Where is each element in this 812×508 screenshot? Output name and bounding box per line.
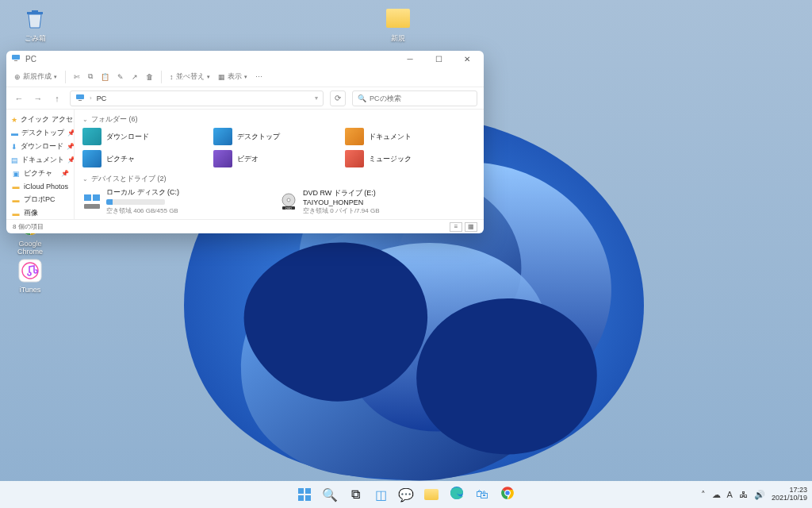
chat-icon: 💬 [398,487,414,502]
desktop-icon-itunes[interactable]: iTunes [6,257,54,294]
itunes-icon [17,257,44,284]
search-input[interactable] [370,94,472,102]
start-button[interactable] [294,484,315,505]
copy-button[interactable]: ⧉ [88,72,93,81]
download-icon: ⬇ [11,142,17,152]
sort-button[interactable]: ↕ 並べ替え ▾ [170,71,210,82]
window-title: PC [25,55,36,64]
sidebar-item-icloud[interactable]: ▬iCloud Photos [8,180,72,193]
search-button[interactable]: 🔍 [320,484,340,505]
explorer-button[interactable] [421,484,442,505]
sidebar-item-pictures[interactable]: ▣ピクチャ📌 [8,167,72,180]
svg-point-14 [287,198,290,202]
ime-icon[interactable]: A [727,490,733,499]
chat-button[interactable]: 💬 [396,484,416,505]
chevron-down-icon: ⌄ [82,175,88,183]
search-icon: 🔍 [358,94,366,102]
folder-icon [213,128,232,145]
tiles-view-button[interactable]: ▦ [465,222,477,232]
folder-item[interactable]: ドキュメント [345,128,476,145]
drive-label: ローカル ディスク (C:) [106,187,179,198]
titlebar[interactable]: PC ─ ☐ ✕ [6,51,484,67]
store-icon: 🛍 [476,487,488,502]
svg-rect-8 [76,94,84,99]
folder-icon: ▬ [11,195,21,205]
pc-icon [75,93,85,104]
svg-text:DVD: DVD [285,206,292,210]
section-drives[interactable]: ⌄デバイスとドライブ (2) [82,174,476,184]
folder-item[interactable]: デスクトップ [213,128,344,145]
delete-button[interactable]: 🗑 [146,73,153,81]
onedrive-icon[interactable]: ☁ [712,490,721,500]
sidebar-item-propo[interactable]: ▬プロポPC [8,193,72,206]
folder-icon [385,5,412,32]
folder-icon [213,150,232,167]
search-icon: 🔍 [322,487,338,502]
address-bar[interactable]: › PC ▾ [70,90,324,106]
svg-rect-12 [84,204,100,209]
folder-item[interactable]: ダウンロード [82,128,213,145]
folder-label: ミュージック [369,154,412,164]
system-tray: ˄ ☁ A 🖧 🔊 17:23 2021/10/19 [701,487,807,502]
widgets-button[interactable]: ◫ [370,484,391,505]
sidebar-item-images[interactable]: ▬画像 [8,206,72,219]
sidebar-item-downloads[interactable]: ⬇ダウンロード📌 [8,140,72,153]
chrome-button[interactable] [497,484,518,505]
refresh-button[interactable]: ⟳ [330,90,346,106]
breadcrumb[interactable]: PC [97,94,107,102]
edge-button[interactable] [446,484,467,505]
tray-overflow-button[interactable]: ˄ [701,490,706,500]
sidebar-item-quick-access[interactable]: ★クイック アクセス [8,113,72,126]
cut-button[interactable]: ✄ [74,73,80,81]
search-box[interactable]: 🔍 [352,90,477,106]
section-folders[interactable]: ⌄フォルダー (6) [82,114,476,125]
view-button[interactable]: ▦ 表示 ▾ [218,71,247,82]
svg-rect-19 [298,495,304,501]
up-button[interactable]: ↑ [51,92,63,105]
store-button[interactable]: 🛍 [472,484,492,505]
delete-icon: 🗑 [146,73,153,81]
clock[interactable]: 17:23 2021/10/19 [772,487,807,502]
back-button[interactable]: ← [13,92,25,105]
star-icon: ★ [11,115,17,125]
chevron-right-icon: › [90,94,92,102]
network-icon[interactable]: 🖧 [739,490,748,499]
folder-item[interactable]: ピクチャ [82,150,213,167]
svg-rect-6 [12,55,20,60]
folder-item[interactable]: ビデオ [213,150,344,167]
details-view-button[interactable]: ≡ [450,222,462,232]
forward-button[interactable]: → [32,92,44,105]
folder-icon: ▬ [11,209,21,218]
paste-button[interactable]: 📋 [101,73,109,81]
close-button[interactable]: ✕ [455,52,479,66]
pin-icon: 📌 [67,143,75,150]
nav-pane: ★クイック アクセス ▬デスクトップ📌 ⬇ダウンロード📌 ▤ドキュメント📌 ▣ピ… [6,110,75,219]
folder-icon: ▬ [11,182,21,191]
sidebar-item-desktop[interactable]: ▬デスクトップ📌 [8,126,72,140]
new-button[interactable]: ⊕ 新規作成 ▾ [14,71,57,82]
nav-bar: ← → ↑ › PC ▾ ⟳ 🔍 [6,87,484,110]
edge-icon [450,486,464,503]
svg-rect-11 [93,194,100,201]
desktop-icon-recycle-bin[interactable]: ごみ箱 [11,5,59,44]
more-button[interactable]: ⋯ [255,73,262,81]
rename-button[interactable]: ✎ [117,73,124,81]
share-button[interactable]: ↗ [132,73,138,81]
folder-item[interactable]: ミュージック [345,150,476,167]
folder-icon [424,489,439,500]
drive-label2: TAIYOU_HONPEN [303,198,379,206]
chrome-icon [500,486,515,503]
sidebar-item-documents[interactable]: ▤ドキュメント📌 [8,153,72,167]
drive-item[interactable]: ローカル ディスク (C:)空き領域 406 GB/455 GB [82,187,279,215]
minimize-button[interactable]: ─ [398,52,422,66]
document-icon: ▤ [11,156,18,165]
drive-item[interactable]: DVD DVD RW ドライブ (E:)TAIYOU_HONPEN空き領域 0 … [279,187,476,215]
volume-icon[interactable]: 🔊 [754,490,765,500]
maximize-button[interactable]: ☐ [427,52,450,66]
chevron-down-icon[interactable]: ▾ [315,94,318,102]
svg-rect-20 [305,495,311,501]
task-view-button[interactable]: ⧉ [345,484,366,505]
svg-point-23 [505,491,510,495]
rename-icon: ✎ [117,73,124,81]
desktop-icon-folder[interactable]: 新規 [374,5,422,44]
